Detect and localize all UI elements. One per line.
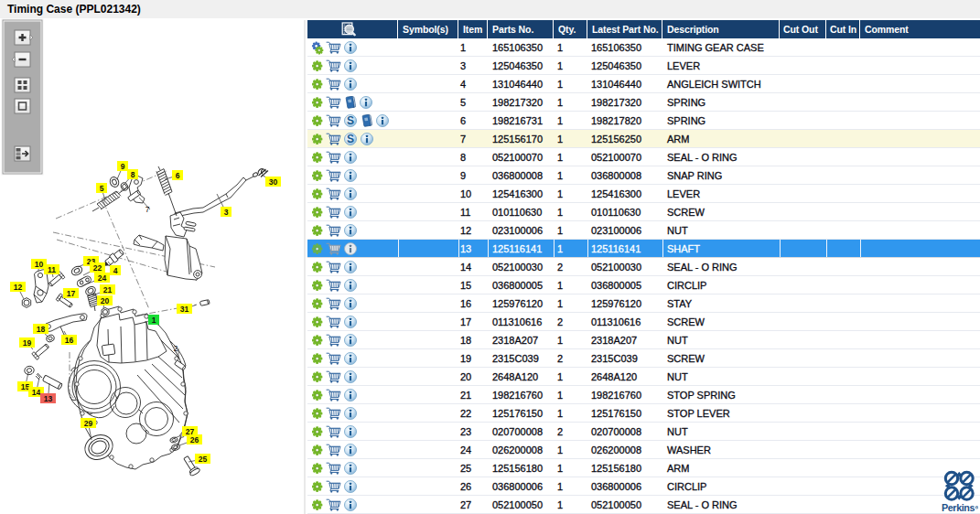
svg-text:5: 5 (100, 184, 104, 193)
svg-text:20: 20 (101, 296, 110, 305)
svg-text:10: 10 (35, 260, 44, 269)
svg-text:22: 22 (93, 263, 102, 273)
svg-text:4: 4 (113, 266, 118, 275)
svg-text:29: 29 (84, 419, 93, 428)
svg-text:1: 1 (152, 316, 156, 325)
svg-text:17: 17 (67, 289, 76, 298)
svg-text:30: 30 (269, 177, 278, 187)
svg-text:11: 11 (48, 265, 56, 274)
svg-text:18: 18 (37, 325, 46, 334)
svg-text:8: 8 (131, 170, 135, 179)
svg-text:26: 26 (190, 435, 199, 444)
svg-text:24: 24 (98, 273, 107, 283)
svg-text:R: R (975, 506, 978, 509)
svg-text:2: 2 (174, 344, 178, 353)
svg-text:21: 21 (103, 285, 113, 294)
svg-text:31: 31 (180, 305, 189, 314)
svg-text:3: 3 (224, 208, 229, 217)
svg-text:19: 19 (23, 338, 32, 348)
svg-text:6: 6 (176, 171, 180, 180)
svg-text:14: 14 (32, 388, 41, 397)
svg-text:Perkins: Perkins (942, 502, 975, 513)
svg-text:16: 16 (65, 336, 74, 345)
svg-text:7: 7 (145, 205, 150, 214)
svg-text:13: 13 (44, 394, 53, 403)
svg-text:25: 25 (199, 455, 208, 464)
svg-text:9: 9 (121, 162, 125, 171)
svg-text:12: 12 (14, 283, 23, 292)
